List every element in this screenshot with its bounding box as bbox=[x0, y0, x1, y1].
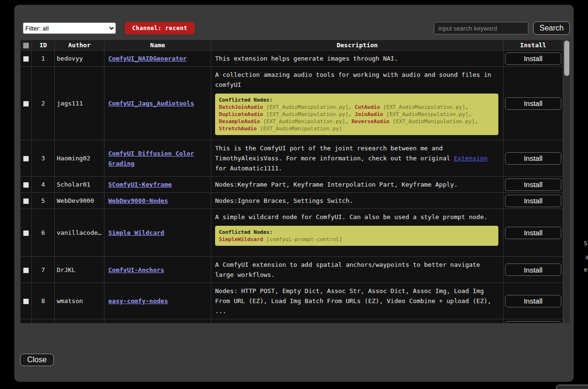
search-button[interactable]: Search bbox=[533, 21, 570, 35]
table-scrollbar[interactable] bbox=[564, 40, 570, 323]
conflict-node-source: [EXT_AudioManipulation.py] bbox=[386, 111, 468, 117]
row-checkbox-cell bbox=[21, 51, 32, 67]
node-name-link[interactable]: ComfyUI Diffusion Color Grading bbox=[108, 150, 194, 167]
header-author: Author bbox=[55, 40, 104, 51]
node-description: Nodes: HTTP POST, Empty Dict, Assoc Str,… bbox=[215, 286, 499, 316]
description-cell: A simple wildcard node for ComfyUI. Can … bbox=[211, 209, 504, 257]
install-button[interactable]: Install bbox=[505, 97, 561, 110]
install-button[interactable]: Install bbox=[505, 295, 561, 307]
node-author: Haoming02 bbox=[55, 140, 104, 177]
node-id: 1 bbox=[32, 51, 55, 67]
node-author: Scholar01 bbox=[55, 177, 104, 193]
table-row: 7 DrJKL ComfyUI-Anchors A ComfyUI extens… bbox=[21, 257, 563, 283]
nodes-table: ID Author Name Description Install 1 bed… bbox=[20, 40, 563, 323]
table-row: 3 Haoming02 ComfyUI Diffusion Color Grad… bbox=[21, 140, 563, 177]
description-cell: Nodes: ComfyUI Mexx Styler, ComfyUI Mexx… bbox=[211, 319, 504, 324]
conflict-node-source: [EXT_AudioManipulation.py] bbox=[266, 104, 348, 110]
install-button[interactable]: Install bbox=[505, 53, 561, 65]
nodes-table-viewport: ID Author Name Description Install 1 bed… bbox=[20, 40, 570, 323]
install-button[interactable]: Install bbox=[505, 321, 561, 324]
conflict-node-source: [EXT_AudioManipulation.py] bbox=[383, 104, 465, 110]
row-checkbox-cell bbox=[21, 257, 32, 283]
node-description: This extension helps generate images thr… bbox=[215, 53, 499, 63]
description-cell: A collection amazing audio tools for wor… bbox=[211, 67, 504, 140]
table-row: 6 vanillacode… Simple Wildcard A simple … bbox=[21, 209, 563, 257]
partial-corner-button[interactable] bbox=[556, 385, 588, 389]
install-cell: Install bbox=[504, 140, 563, 177]
conflict-node-name: ReverseAudio bbox=[351, 118, 389, 125]
install-cell: Install bbox=[504, 257, 563, 283]
row-checkbox[interactable] bbox=[23, 198, 29, 204]
node-id: 4 bbox=[32, 177, 55, 193]
table-scrollbar-thumb[interactable] bbox=[564, 41, 569, 76]
row-checkbox[interactable] bbox=[23, 56, 29, 62]
table-row: 2 jags111 ComfyUI_Jags_Audiotools A coll… bbox=[21, 67, 563, 140]
table-row: 9 SoftMeng ComfyUI_Mexx_Styler Nodes: Co… bbox=[21, 319, 563, 324]
table-row: 5 WebDev9000 WebDev9000-Nodes Nodes:Igno… bbox=[21, 193, 563, 209]
node-author: bedovyy bbox=[55, 51, 104, 67]
node-author: DrJKL bbox=[55, 257, 104, 283]
description-cell: A ComfyUI extension to add spatial ancho… bbox=[211, 257, 504, 283]
install-button[interactable]: Install bbox=[505, 179, 561, 191]
node-name-cell: ComfyUI_Mexx_Styler bbox=[104, 319, 211, 324]
table-row: 8 wmatson easy-comfy-nodes Nodes: HTTP P… bbox=[21, 283, 563, 319]
node-description: A collection amazing audio tools for wor… bbox=[215, 70, 499, 90]
install-cell: Install bbox=[504, 67, 563, 140]
node-name-cell: SComfyUI-Keyframe bbox=[104, 177, 211, 193]
install-cell: Install bbox=[504, 193, 563, 209]
row-checkbox[interactable] bbox=[23, 156, 29, 162]
table-body: 1 bedovyy ComfyUI_NAIDGenerator This ext… bbox=[21, 51, 563, 324]
conflict-label: Conflicted Nodes: bbox=[219, 229, 495, 236]
description-link[interactable]: Extension bbox=[454, 155, 487, 162]
toolbar: Filter: all Channel: recent Search bbox=[20, 21, 570, 35]
node-name-link[interactable]: Simple Wildcard bbox=[108, 229, 164, 236]
row-checkbox-cell bbox=[21, 319, 32, 324]
install-button[interactable]: Install bbox=[505, 263, 561, 276]
node-name-link[interactable]: ComfyUI_NAIDGenerator bbox=[108, 55, 186, 62]
conflict-node-name: StretchAudio bbox=[219, 126, 257, 132]
description-cell: This is the ComfyUI port of the joint re… bbox=[211, 140, 504, 177]
node-id: 2 bbox=[32, 67, 55, 140]
node-description: Nodes: ComfyUI Mexx Styler, ComfyUI Mexx… bbox=[215, 322, 499, 323]
install-cell: Install bbox=[504, 283, 563, 319]
node-name-cell: ComfyUI_Jags_Audiotools bbox=[104, 67, 211, 140]
conflict-items: SimpleWildcard [comfyui-prompt-control] bbox=[219, 236, 495, 243]
node-name-link[interactable]: ComfyUI-Anchors bbox=[108, 266, 164, 273]
node-author: jags111 bbox=[55, 67, 104, 140]
row-checkbox[interactable] bbox=[23, 101, 29, 107]
close-button[interactable]: Close bbox=[20, 354, 54, 366]
install-button[interactable]: Install bbox=[505, 227, 561, 239]
table-header-row: ID Author Name Description Install bbox=[21, 40, 563, 51]
select-all-checkbox[interactable] bbox=[23, 42, 29, 49]
node-id: 7 bbox=[32, 257, 55, 283]
node-name-link[interactable]: WebDev9000-Nodes bbox=[108, 197, 168, 204]
conflict-node-source: [EXT_AudioManipulation.py] bbox=[260, 126, 342, 132]
row-checkbox-cell bbox=[21, 193, 32, 209]
row-checkbox[interactable] bbox=[23, 182, 29, 188]
node-name-link[interactable]: SComfyUI-Keyframe bbox=[108, 181, 172, 188]
node-name-cell: WebDev9000-Nodes bbox=[104, 193, 211, 209]
search-input[interactable] bbox=[434, 22, 528, 34]
row-checkbox[interactable] bbox=[23, 267, 29, 273]
conflict-node-name: BatchJoinAudio bbox=[219, 104, 263, 110]
conflict-node-source: [comfyui-prompt-control] bbox=[266, 236, 342, 242]
row-checkbox-cell bbox=[21, 67, 32, 140]
conflict-node-name: ResampleAudio bbox=[219, 118, 260, 125]
row-checkbox[interactable] bbox=[23, 298, 29, 305]
install-button[interactable]: Install bbox=[505, 195, 561, 207]
row-checkbox[interactable] bbox=[23, 230, 29, 236]
dialog-footer: Close bbox=[20, 354, 570, 366]
filter-select[interactable]: Filter: all bbox=[23, 22, 116, 34]
conflict-node-name: CutAudio bbox=[355, 104, 380, 110]
node-name-cell: Simple Wildcard bbox=[104, 209, 211, 257]
install-cell: Install bbox=[504, 177, 563, 193]
node-name-link[interactable]: easy-comfy-nodes bbox=[108, 297, 168, 305]
install-button[interactable]: Install bbox=[505, 152, 561, 165]
install-cell: Install bbox=[504, 319, 563, 324]
header-id: ID bbox=[32, 40, 55, 51]
header-checkbox-cell bbox=[21, 40, 32, 51]
conflict-box: Conflicted Nodes:SimpleWildcard [comfyui… bbox=[215, 226, 498, 246]
node-name-cell: ComfyUI-Anchors bbox=[104, 257, 211, 283]
node-name-link[interactable]: ComfyUI_Jags_Audiotools bbox=[108, 100, 194, 107]
node-description: This is the ComfyUI port of the joint re… bbox=[215, 143, 499, 173]
